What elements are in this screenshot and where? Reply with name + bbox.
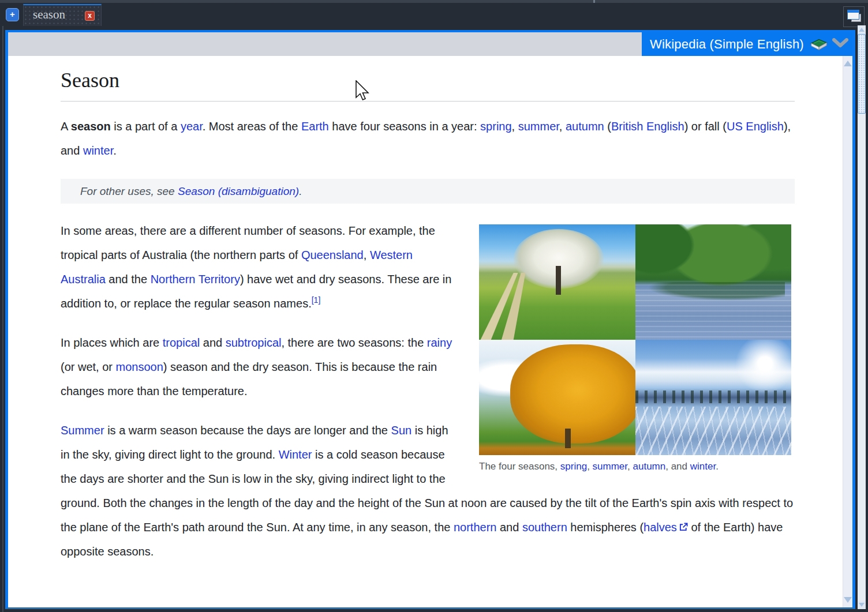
tab-close-button[interactable]: x [85,11,95,21]
wiki-link[interactable]: winter [83,144,113,157]
wiki-link[interactable]: autumn [566,120,604,133]
reference-superscript: [1] [312,295,321,305]
reference-link[interactable]: [1] [312,295,321,305]
outer-scroll-up-button[interactable] [858,25,866,34]
article: Season A season is a part of a year. Mos… [61,67,795,564]
content-frame: Wikipedia (Simple English) Season A sea [5,30,855,609]
chevron-down-icon[interactable] [832,38,848,50]
close-icon: x [88,12,92,20]
figure-caption: The four seasons, spring, summer, autumn… [479,460,791,473]
inner-scrollbar[interactable] [843,56,852,607]
window-switcher-button[interactable] [843,6,865,27]
wikipedia-title: Wikipedia (Simple English) [650,37,804,52]
wiki-link[interactable]: Season (disambiguation) [178,185,299,197]
tab-bar: + season x [0,3,868,26]
wiki-link[interactable]: Queensland [301,249,364,261]
plus-icon: + [10,9,15,19]
outer-scrollbar[interactable] [858,25,866,609]
header-gray-strip [8,32,642,56]
seasons-figure: The four seasons, spring, summer, autumn… [479,224,791,473]
app-window: { "window": { "tab_bar": { "new_tab_labe… [0,0,868,612]
new-tab-button[interactable]: + [6,8,19,21]
seasons-photo [479,224,791,455]
wiki-link[interactable]: US English [727,120,784,133]
photo-autumn [479,340,635,455]
wiki-link[interactable]: year [181,120,203,133]
wiki-link[interactable]: subtropical [226,336,282,349]
wiki-link[interactable]: Northern Territory [151,273,240,286]
wiki-link[interactable]: Sun [391,424,412,437]
triangle-down-icon [859,603,865,607]
photo-winter [635,340,792,455]
wiki-link[interactable]: summer [593,461,627,472]
wiki-link[interactable]: spring [480,120,511,133]
page-title: Season [61,67,795,102]
wikipedia-header[interactable]: Wikipedia (Simple English) [642,32,852,56]
tab-season[interactable]: season x [23,4,102,26]
outer-scroll-down-button[interactable] [858,600,866,609]
page: Season A season is a part of a year. Mos… [8,56,843,607]
hatnote: For other uses, see Season (disambiguati… [61,179,795,204]
page-header: Wikipedia (Simple English) [8,32,852,56]
wiki-link[interactable]: southern [522,521,567,534]
triangle-up-icon [859,28,865,32]
external-link-icon [679,515,688,539]
bold-text: season [71,120,111,133]
wiki-link[interactable]: tropical [163,336,200,349]
wiki-link[interactable]: autumn [633,461,666,472]
wiki-link[interactable]: northern [454,521,497,534]
wiki-link[interactable]: British English [611,120,684,133]
tab-label: season [33,7,65,22]
inner-scroll-up-icon[interactable] [844,61,852,66]
wiki-link[interactable]: Winter [279,448,312,461]
photo-spring [479,224,635,340]
content-body: Season A season is a part of a year. Mos… [8,56,852,607]
inner-scroll-down-icon[interactable] [844,597,852,603]
wiki-link[interactable]: summer [518,120,559,133]
wiki-link[interactable]: rainy [427,336,452,349]
wiki-link[interactable]: Summer [61,424,104,437]
external-link[interactable]: halves [643,521,677,534]
wiki-link[interactable]: monsoon [116,361,163,373]
wiki-link[interactable]: winter [690,461,716,472]
intro-paragraph: A season is a part of a year. Most areas… [61,114,795,163]
window-left-edge [2,3,3,612]
book-icon [810,36,828,52]
photo-summer [635,224,792,340]
wiki-link[interactable]: Earth [301,120,329,133]
wiki-link[interactable]: spring [560,461,587,472]
outer-scrollbar-thumb[interactable] [858,34,866,114]
